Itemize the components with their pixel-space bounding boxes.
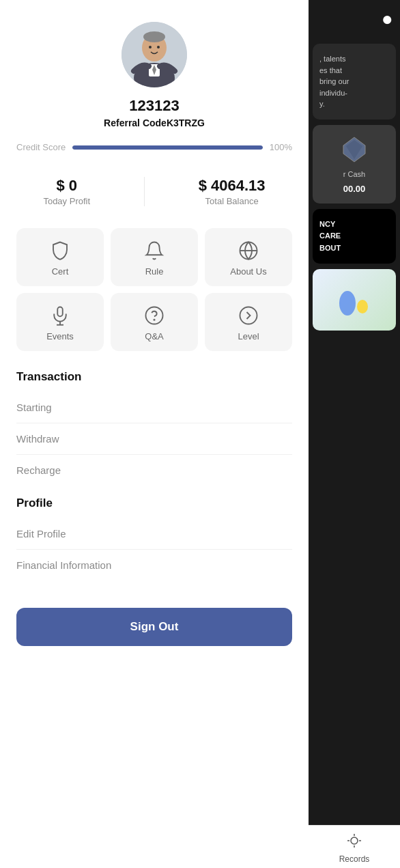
- right-cash-amount: 00.00: [343, 184, 366, 194]
- rule-label: Rule: [145, 266, 164, 277]
- credit-bar-fill: [72, 145, 263, 150]
- today-profit-stat: $ 0 Today Profit: [43, 177, 90, 206]
- about-us-label: About Us: [230, 266, 266, 277]
- financial-information-item[interactable]: Financial Information: [16, 550, 292, 580]
- credit-label: Credit Score: [16, 142, 66, 152]
- svg-rect-10: [57, 307, 63, 317]
- records-icon: [346, 832, 362, 853]
- profile-section: 123123 Referral CodeK3TRZG: [0, 0, 309, 142]
- help-circle-icon: [144, 305, 165, 326]
- recharge-item[interactable]: Recharge: [16, 455, 292, 486]
- credit-row: Credit Score 100%: [16, 142, 292, 152]
- transaction-section: Transaction Starting Withdraw Recharge: [0, 370, 309, 486]
- right-diamond-card: r Cash 00.00: [313, 125, 396, 204]
- right-dark-text: NCYCAREBOUT: [319, 219, 389, 255]
- bottom-nav-bar: Records: [309, 825, 400, 868]
- level-label: Level: [238, 331, 259, 341]
- cert-label: Cert: [52, 266, 69, 277]
- diamond-icon: [339, 135, 369, 165]
- stat-divider: [144, 177, 145, 206]
- svg-point-13: [146, 307, 163, 324]
- edit-profile-item[interactable]: Edit Profile: [16, 518, 292, 550]
- svg-point-7: [157, 46, 160, 48]
- person-icon: ●: [382, 8, 393, 30]
- referral-value: K3TRZG: [167, 117, 205, 128]
- chevron-right-circle-icon: [238, 305, 259, 326]
- shield-icon: [50, 240, 70, 261]
- today-profit-label: Today Profit: [43, 196, 90, 206]
- svg-point-5: [143, 31, 165, 42]
- bell-icon: [144, 240, 165, 261]
- svg-point-18: [339, 291, 356, 316]
- withdraw-item[interactable]: Withdraw: [16, 423, 292, 455]
- avatar: [122, 22, 187, 87]
- user-id: 123123: [129, 97, 179, 115]
- total-balance-value: $ 4064.13: [199, 177, 266, 195]
- main-panel: 123123 Referral CodeK3TRZG Credit Score …: [0, 0, 309, 868]
- svg-point-6: [149, 46, 152, 48]
- right-cash-label: r Cash: [343, 170, 365, 178]
- signout-button[interactable]: Sign Out: [16, 608, 292, 646]
- transaction-title: Transaction: [16, 370, 292, 384]
- total-balance-stat: $ 4064.13 Total Balance: [199, 177, 266, 206]
- stats-row: $ 0 Today Profit $ 4064.13 Total Balance: [0, 166, 309, 217]
- events-label: Events: [46, 331, 74, 341]
- qna-card[interactable]: Q&A: [111, 293, 198, 351]
- starting-item[interactable]: Starting: [16, 392, 292, 423]
- records-label[interactable]: Records: [339, 854, 370, 864]
- profile-section-title: Profile: [16, 496, 292, 510]
- right-preview-inner: [313, 269, 396, 331]
- referral-label: Referral Code: [104, 117, 167, 128]
- right-dark-card: NCYCAREBOUT: [313, 209, 396, 264]
- signout-section: Sign Out: [0, 586, 309, 660]
- right-preview-card: [313, 269, 396, 331]
- qna-label: Q&A: [145, 331, 163, 341]
- credit-percent: 100%: [270, 142, 292, 152]
- credit-section: Credit Score 100%: [0, 142, 309, 152]
- svg-point-19: [357, 300, 368, 313]
- globe-icon: [238, 240, 259, 261]
- svg-point-15: [240, 307, 257, 324]
- rule-card[interactable]: Rule: [111, 228, 198, 286]
- credit-bar-bg: [72, 145, 263, 150]
- right-text-card: , talentses thatbring ourindividu-y.: [313, 44, 396, 120]
- svg-point-14: [154, 320, 154, 320]
- events-card[interactable]: Events: [16, 293, 104, 351]
- right-panel: ● , talentses thatbring ourindividu-y. r…: [309, 0, 400, 868]
- preview-graphic: [334, 279, 375, 320]
- level-card[interactable]: Level: [205, 293, 292, 351]
- icons-grid: Cert Rule About Us: [0, 228, 309, 351]
- today-profit-value: $ 0: [56, 177, 77, 195]
- total-balance-label: Total Balance: [205, 196, 259, 206]
- right-top-bar: ●: [309, 0, 400, 38]
- mic-icon: [50, 305, 70, 326]
- referral-code-row: Referral CodeK3TRZG: [104, 117, 205, 128]
- svg-point-20: [351, 837, 358, 844]
- right-card-text: , talentses thatbring ourindividu-y.: [319, 53, 389, 110]
- cert-card[interactable]: Cert: [16, 228, 104, 286]
- profile-menu-section: Profile Edit Profile Financial Informati…: [0, 496, 309, 580]
- about-us-card[interactable]: About Us: [205, 228, 292, 286]
